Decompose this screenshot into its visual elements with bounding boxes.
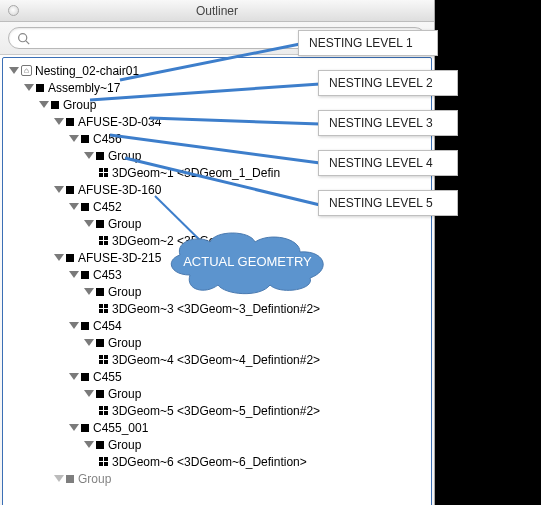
node-label: Group bbox=[108, 217, 141, 231]
tree-row[interactable]: C454 bbox=[9, 317, 431, 334]
node-label: C456 bbox=[93, 132, 122, 146]
tree-row[interactable]: Group bbox=[9, 385, 431, 402]
tree-row[interactable]: C455_001 bbox=[9, 419, 431, 436]
node-label: C455_001 bbox=[93, 421, 148, 435]
disclosure-icon[interactable] bbox=[84, 339, 94, 346]
group-icon bbox=[66, 254, 74, 262]
node-label: Group bbox=[63, 98, 96, 112]
callout-cloud: ACTUAL GEOMETRY bbox=[160, 230, 335, 295]
disclosure-icon[interactable] bbox=[54, 254, 64, 261]
svg-point-0 bbox=[19, 33, 27, 41]
tree-row[interactable]: 3DGeom~4 <3DGeom~4_Defintion#2> bbox=[9, 351, 431, 368]
callout-level-1: NESTING LEVEL 1 bbox=[298, 30, 438, 56]
geometry-icon bbox=[99, 304, 108, 313]
group-icon bbox=[96, 152, 104, 160]
disclosure-icon[interactable] bbox=[69, 322, 79, 329]
disclosure-icon[interactable] bbox=[9, 67, 19, 74]
group-icon bbox=[81, 203, 89, 211]
group-icon bbox=[81, 135, 89, 143]
group-icon bbox=[96, 288, 104, 296]
node-label: 3DGeom~1 <3DGeom_1_Defin bbox=[112, 166, 280, 180]
disclosure-icon[interactable] bbox=[69, 203, 79, 210]
node-label: Group bbox=[108, 387, 141, 401]
group-icon bbox=[81, 373, 89, 381]
tree-row[interactable]: Group bbox=[9, 436, 431, 453]
disclosure-icon[interactable] bbox=[54, 475, 64, 482]
callout-level-5: NESTING LEVEL 5 bbox=[318, 190, 458, 216]
group-icon bbox=[51, 101, 59, 109]
group-icon bbox=[81, 271, 89, 279]
group-icon bbox=[81, 424, 89, 432]
tree-row[interactable]: 3DGeom~5 <3DGeom~5_Defintion#2> bbox=[9, 402, 431, 419]
group-icon bbox=[36, 84, 44, 92]
geometry-icon bbox=[99, 457, 108, 466]
node-label: 3DGeom~6 <3DGeom~6_Defintion> bbox=[112, 455, 307, 469]
group-icon bbox=[66, 475, 74, 483]
window-title: Outliner bbox=[196, 4, 238, 18]
node-label: Group bbox=[108, 285, 141, 299]
disclosure-icon[interactable] bbox=[69, 373, 79, 380]
group-icon bbox=[81, 322, 89, 330]
node-label: C453 bbox=[93, 268, 122, 282]
disclosure-icon[interactable] bbox=[84, 220, 94, 227]
node-label: C452 bbox=[93, 200, 122, 214]
callout-level-2: NESTING LEVEL 2 bbox=[318, 70, 458, 96]
node-label: C454 bbox=[93, 319, 122, 333]
group-icon bbox=[96, 339, 104, 347]
component-icon: ⌂ bbox=[21, 65, 32, 76]
node-label: AFUSE-3D-160 bbox=[78, 183, 161, 197]
group-icon bbox=[96, 220, 104, 228]
tree-row[interactable]: 3DGeom~3 <3DGeom~3_Defintion#2> bbox=[9, 300, 431, 317]
node-label: Group bbox=[78, 472, 111, 486]
disclosure-icon[interactable] bbox=[84, 390, 94, 397]
cloud-label: ACTUAL GEOMETRY bbox=[160, 230, 335, 269]
node-label: Group bbox=[108, 438, 141, 452]
titlebar: Outliner bbox=[0, 0, 434, 22]
group-icon bbox=[96, 441, 104, 449]
node-label: Assembly~17 bbox=[48, 81, 120, 95]
tree-row[interactable]: C455 bbox=[9, 368, 431, 385]
disclosure-icon[interactable] bbox=[69, 424, 79, 431]
search-icon bbox=[17, 32, 30, 45]
node-label: C455 bbox=[93, 370, 122, 384]
disclosure-icon[interactable] bbox=[69, 135, 79, 142]
node-label: 3DGeom~4 <3DGeom~4_Defintion#2> bbox=[112, 353, 320, 367]
node-label: 3DGeom~3 <3DGeom~3_Defintion#2> bbox=[112, 302, 320, 316]
node-label: Group bbox=[108, 149, 141, 163]
disclosure-icon[interactable] bbox=[84, 288, 94, 295]
geometry-icon bbox=[99, 168, 108, 177]
disclosure-icon[interactable] bbox=[54, 118, 64, 125]
disclosure-icon[interactable] bbox=[84, 441, 94, 448]
group-icon bbox=[66, 186, 74, 194]
callout-level-3: NESTING LEVEL 3 bbox=[318, 110, 458, 136]
svg-line-1 bbox=[26, 40, 29, 43]
group-icon bbox=[66, 118, 74, 126]
tree-row[interactable]: Group bbox=[9, 470, 431, 487]
geometry-icon bbox=[99, 236, 108, 245]
callout-level-4: NESTING LEVEL 4 bbox=[318, 150, 458, 176]
geometry-icon bbox=[99, 406, 108, 415]
tree-row[interactable]: Group bbox=[9, 334, 431, 351]
geometry-icon bbox=[99, 355, 108, 364]
disclosure-icon[interactable] bbox=[84, 152, 94, 159]
disclosure-icon[interactable] bbox=[39, 101, 49, 108]
disclosure-icon[interactable] bbox=[54, 186, 64, 193]
node-label: AFUSE-3D-215 bbox=[78, 251, 161, 265]
node-label: Group bbox=[108, 336, 141, 350]
node-label: 3DGeom~5 <3DGeom~5_Defintion#2> bbox=[112, 404, 320, 418]
node-label: Nesting_02-chair01 bbox=[35, 64, 139, 78]
disclosure-icon[interactable] bbox=[24, 84, 34, 91]
tree-row[interactable]: 3DGeom~6 <3DGeom~6_Defintion> bbox=[9, 453, 431, 470]
node-label: AFUSE-3D-034 bbox=[78, 115, 161, 129]
disclosure-icon[interactable] bbox=[69, 271, 79, 278]
group-icon bbox=[96, 390, 104, 398]
close-button[interactable] bbox=[8, 5, 19, 16]
